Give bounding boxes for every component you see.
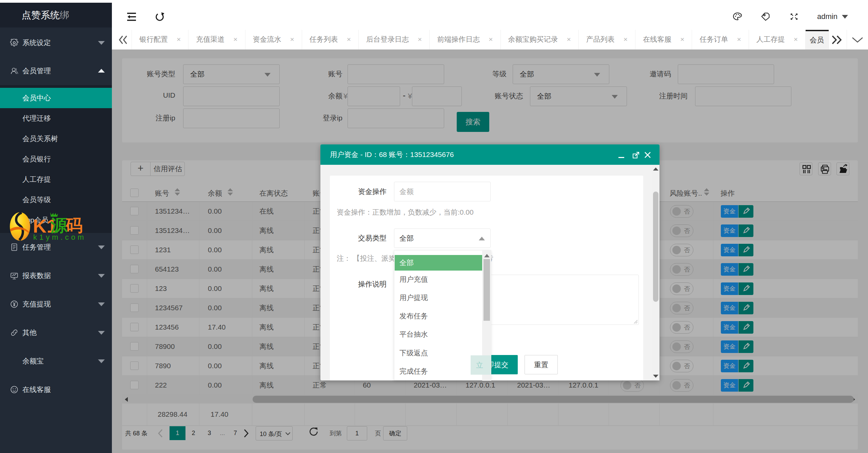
- svg-text:源: 源: [50, 216, 68, 235]
- svg-text:k1ym.com: k1ym.com: [33, 233, 86, 241]
- svg-text:码: 码: [65, 216, 83, 235]
